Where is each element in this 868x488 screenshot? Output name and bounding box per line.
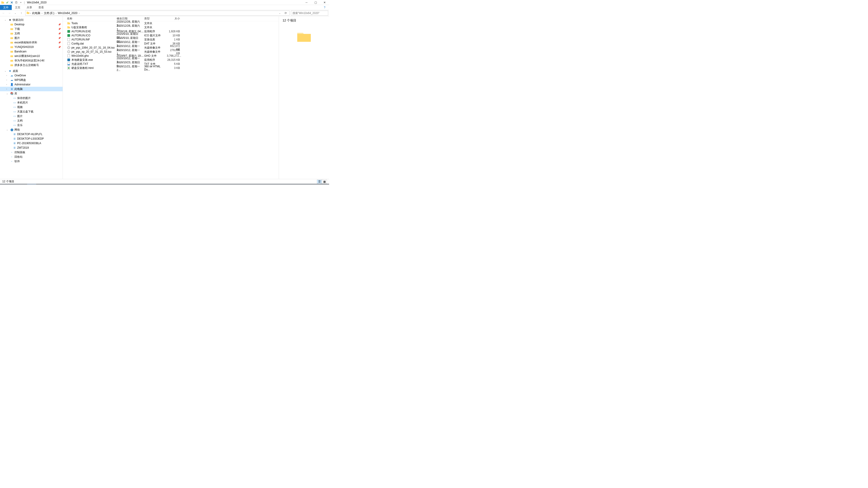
col-size[interactable]: 大小: [167, 17, 181, 21]
tree-item[interactable]: 🖥DESKTOP-HL0PLFL: [0, 132, 63, 136]
file-row[interactable]: AUTORUN.ICO2015/5/10, 星期日 02...ICO 图片文件1…: [63, 33, 279, 37]
tab-share[interactable]: 共享: [24, 5, 35, 10]
chevron-right-icon[interactable]: ›: [56, 12, 56, 14]
col-type[interactable]: 类型: [144, 17, 167, 21]
search-button[interactable]: [9, 184, 18, 184]
tree-item[interactable]: ⌄📚库: [0, 91, 63, 96]
tree-item[interactable]: ▭本机照片: [0, 100, 63, 105]
taskbar-explorer[interactable]: [27, 184, 36, 184]
svg-rect-29: [68, 64, 70, 65]
tree-item[interactable]: ▫软件: [0, 159, 63, 164]
file-icon: [67, 58, 70, 62]
pin-icon: 📌: [58, 32, 61, 35]
col-name[interactable]: 名称: [67, 17, 117, 21]
file-name: AUTORUN.EXE: [71, 30, 91, 33]
tree-item[interactable]: 🖥ZMT2019: [0, 145, 63, 150]
nav-recent[interactable]: ⌄: [13, 10, 18, 16]
file-row[interactable]: 硬盘安装教程.html2016/11/21, 星期一 2...360 se HT…: [63, 66, 279, 70]
tree-item[interactable]: 文档📌: [0, 31, 63, 36]
svg-rect-4: [10, 24, 13, 26]
tree-item[interactable]: ▭音乐: [0, 123, 63, 127]
chevron-right-icon[interactable]: ›: [79, 12, 79, 14]
chevron-right-icon[interactable]: ›: [30, 12, 31, 14]
search-box[interactable]: [291, 11, 328, 15]
file-icon: [67, 38, 70, 41]
tree-item[interactable]: excel表格制作求和📌: [0, 40, 63, 45]
svg-rect-2: [27, 12, 29, 14]
tree-item[interactable]: ▭文档: [0, 119, 63, 123]
close-button[interactable]: ✕: [320, 0, 329, 5]
maximize-button[interactable]: ▢: [311, 0, 320, 5]
taskview-button[interactable]: [18, 184, 27, 184]
tree-item[interactable]: ▭视频: [0, 105, 63, 109]
qat-btn-1[interactable]: [5, 1, 9, 4]
svg-point-25: [68, 51, 69, 52]
tree-item[interactable]: Bandicam: [0, 49, 63, 54]
nav-up[interactable]: ↑: [19, 10, 24, 16]
tab-file[interactable]: 文件: [0, 5, 12, 10]
file-size: 28,315 KB: [167, 58, 181, 61]
breadcrumb[interactable]: 文档 (E:): [43, 11, 55, 15]
chevron-right-icon[interactable]: ›: [41, 12, 42, 14]
address-dropdown[interactable]: ⌄: [277, 10, 283, 16]
tree-item[interactable]: 华为手机时间设置24小时: [0, 58, 63, 63]
tree-item[interactable]: 🖥DESKTOP-LSSOEDP: [0, 136, 63, 141]
notification-center[interactable]: 3: [322, 184, 328, 184]
file-row[interactable]: Tools2020/12/26, 星期六 1...文件夹: [63, 21, 279, 25]
folder-icon: [1, 1, 4, 4]
file-row[interactable]: 本地硬盘安装.exe2020/10/12, 星期一 1...应用程序28,315…: [63, 58, 279, 62]
tree-item[interactable]: ›👤Administrator: [0, 82, 63, 87]
start-button[interactable]: [0, 184, 9, 184]
tree-item[interactable]: ▫回收站: [0, 155, 63, 159]
library-icon: ▭: [13, 96, 16, 100]
tab-view[interactable]: 查看: [35, 5, 47, 10]
tree-item[interactable]: win10重装64位win10: [0, 54, 63, 58]
file-row[interactable]: pe_yqs_xp_20_07_31_15_53.iso2020/10/12, …: [63, 50, 279, 54]
tree-item[interactable]: ▭图片: [0, 114, 63, 119]
tree-item[interactable]: ›☁OneDrive: [0, 73, 63, 78]
tree-item[interactable]: 🖥PC-20190530OBLA: [0, 141, 63, 145]
qat-btn-2[interactable]: [10, 1, 13, 4]
search-input[interactable]: [292, 11, 327, 15]
nav-forward[interactable]: →: [7, 10, 12, 16]
nav-tree[interactable]: ⌄★快速访问 Desktop📌下载📌文档📌图片📌excel表格制作求和📌YUNQ…: [0, 16, 63, 179]
minimize-button[interactable]: ─: [302, 0, 311, 5]
tree-item[interactable]: ▫控制面板: [0, 150, 63, 155]
tree-item[interactable]: ▭天翼云盘下载: [0, 109, 63, 114]
help-button[interactable]: ?: [320, 5, 329, 10]
file-row[interactable]: AUTORUN.INF2015/5/10, 星期日 02...安装信息1 KB: [63, 37, 279, 41]
file-row[interactable]: AUTORUN.EXE2016/1/8, 星期五 04:...应用程序1,926…: [63, 29, 279, 33]
tree-item[interactable]: 图片📌: [0, 36, 63, 40]
file-row[interactable]: 光盘说明.TXT2016/10/23, 星期日 0...TXT 文件5 KB: [63, 62, 279, 66]
breadcrumb[interactable]: Win10x64_2020: [57, 11, 79, 15]
svg-rect-20: [68, 38, 70, 41]
tree-item[interactable]: YUNQISHI2019📌: [0, 45, 63, 49]
qat-dropdown[interactable]: ▾: [19, 1, 23, 4]
file-list[interactable]: 名称 修改日期 类型 大小 Tools2020/12/26, 星期六 1...文…: [63, 16, 279, 179]
tree-item[interactable]: Desktop📌: [0, 22, 63, 27]
tree-item[interactable]: 下载📌: [0, 27, 63, 31]
qat-btn-3[interactable]: [14, 1, 18, 4]
tree-desktop[interactable]: ⌄■桌面: [0, 69, 63, 73]
file-row[interactable]: U盘安装教程2020/12/26, 星期六 1...文件夹: [63, 25, 279, 29]
view-icons-button[interactable]: ▦: [322, 180, 327, 184]
address-bar[interactable]: › 此电脑 › 文档 (E:) › Win10x64_2020 › ⌄ ⟳: [25, 11, 289, 15]
tab-home[interactable]: 主页: [12, 5, 24, 10]
file-icon: [67, 66, 70, 70]
nav-back[interactable]: ←: [1, 10, 6, 16]
preview-pane: 12 个项目: [279, 16, 329, 179]
tree-item[interactable]: ›☁WPS网盘: [0, 78, 63, 82]
svg-rect-14: [67, 23, 70, 24]
tree-item[interactable]: 拼多多怎么注销账号: [0, 63, 63, 67]
view-details-button[interactable]: ☰: [317, 180, 322, 184]
refresh-button[interactable]: ⟳: [283, 10, 288, 16]
svg-rect-18: [67, 30, 70, 33]
file-row[interactable]: Win10x64.gho2019/9/7, 星期六 19:...GHO 文件3,…: [63, 54, 279, 58]
file-name: 硬盘安装教程.html: [71, 66, 94, 70]
tree-network[interactable]: ⌄⬤网络: [0, 127, 63, 132]
tree-item[interactable]: ›🖥此电脑: [0, 87, 63, 91]
tree-item[interactable]: ▭保存的图片: [0, 96, 63, 100]
breadcrumb[interactable]: 此电脑: [31, 11, 41, 15]
library-icon: ▭: [13, 110, 16, 113]
tree-quick-access[interactable]: ⌄★快速访问: [0, 18, 63, 22]
